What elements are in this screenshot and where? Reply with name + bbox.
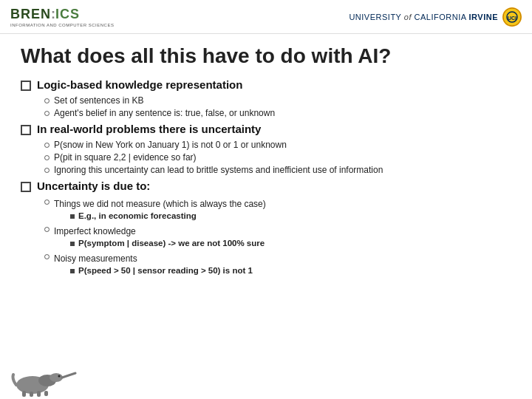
sub-text-3-2: Imperfect knowledge	[54, 226, 136, 236]
circle-icon	[44, 168, 50, 173]
bullet-2: In real-world problems there is uncertai…	[21, 123, 511, 135]
circle-icon	[44, 155, 50, 160]
sub-sub-item-3-1-1: E.g., in economic forecasting	[70, 211, 266, 220]
bullet-1-text: Logic-based knowledge representation	[37, 78, 242, 91]
circle-icon	[44, 98, 50, 103]
sub-item-2-1: P(snow in New York on January 1) is not …	[44, 140, 511, 150]
bullet-icon-2	[21, 125, 31, 135]
sub-sub-text-3-2-1: P(symptom | disease) -> we are not 100% …	[78, 239, 265, 248]
sub-item-1-2: Agent's belief in any sentence is: true,…	[44, 108, 511, 118]
uci-seal: UCI	[502, 7, 522, 27]
uci-text: UNIVERSITY of CALIFORNIA IRVINE	[349, 13, 498, 21]
header: BREN : ICS INFORMATION AND COMPUTER SCIE…	[0, 0, 532, 34]
slide-title: What does all this have to do with AI?	[21, 44, 511, 68]
svg-text:UCI: UCI	[508, 16, 516, 21]
sub-text-2-2: P(pit in square 2,2 | evidence so far)	[54, 152, 197, 163]
bren-subtitle: INFORMATION AND COMPUTER SCIENCES	[10, 23, 114, 27]
bullet-icon-3	[21, 182, 31, 192]
footer	[0, 362, 532, 399]
bren-label: BREN	[10, 7, 51, 22]
sub-item-3-2: Imperfect knowledge P(symptom | disease)…	[44, 224, 511, 249]
bullet-3-text: Uncertainty is due to:	[37, 180, 150, 192]
uci-irvine-label: IRVINE	[469, 13, 498, 21]
svg-point-5	[50, 373, 63, 382]
sub-text-1-2: Agent's belief in any sentence is: true,…	[54, 108, 275, 118]
circle-icon	[44, 143, 50, 148]
slide-content: What does all this have to do with AI? L…	[0, 34, 532, 287]
sub-text-1-1: Set of sentences in KB	[54, 95, 143, 106]
bullet-2-text: In real-world problems there is uncertai…	[37, 123, 261, 135]
sub-list-1: Set of sentences in KB Agent's belief in…	[44, 95, 511, 118]
sub-sub-list-3-2: P(symptom | disease) -> we are not 100% …	[70, 239, 265, 248]
anteater-logo	[10, 364, 77, 397]
sub-list-3: Things we did not measure (which is alwa…	[44, 197, 511, 276]
bullet-1: Logic-based knowledge representation	[21, 78, 511, 91]
sub-item-2-3: Ignoring this uncertainty can lead to br…	[44, 165, 511, 175]
sub-sub-item-3-3-1: P(speed > 50 | sensor reading > 50) is n…	[70, 266, 253, 275]
circle-icon	[44, 200, 50, 205]
svg-rect-7	[30, 392, 33, 397]
sub-item-2-2: P(pit in square 2,2 | evidence so far)	[44, 152, 511, 163]
circle-icon	[44, 111, 50, 116]
bullet-3: Uncertainty is due to:	[21, 180, 511, 192]
circle-icon	[44, 254, 50, 259]
sub-item-3-1: Things we did not measure (which is alwa…	[44, 197, 511, 222]
uci-california-label: CALIFORNIA	[415, 13, 466, 21]
svg-point-10	[58, 375, 61, 378]
bren-logo: BREN : ICS INFORMATION AND COMPUTER SCIE…	[10, 7, 114, 27]
svg-rect-9	[44, 391, 48, 396]
sub-text-2-1: P(snow in New York on January 1) is not …	[54, 140, 287, 150]
sub-sub-item-3-2-1: P(symptom | disease) -> we are not 100% …	[70, 239, 265, 248]
sub-sub-list-3-1: E.g., in economic forecasting	[70, 211, 266, 220]
circle-icon	[44, 227, 50, 232]
square-icon	[70, 214, 75, 219]
bullet-icon-1	[21, 81, 31, 91]
sub-list-2: P(snow in New York on January 1) is not …	[44, 140, 511, 175]
square-icon	[70, 242, 75, 246]
sub-text-2-3: Ignoring this uncertainty can lead to br…	[54, 165, 383, 175]
ics-label: ICS	[55, 7, 80, 22]
uci-logo: UNIVERSITY of CALIFORNIA IRVINE UCI	[349, 7, 522, 27]
sub-sub-text-3-3-1: P(speed > 50 | sensor reading > 50) is n…	[78, 266, 253, 275]
sub-sub-text-3-1-1: E.g., in economic forecasting	[78, 211, 197, 220]
sub-item-1-1: Set of sentences in KB	[44, 95, 511, 106]
uci-prefix: UNIVERSITY	[349, 13, 401, 21]
uci-of-word: of	[404, 13, 412, 21]
sub-sub-list-3-3: P(speed > 50 | sensor reading > 50) is n…	[70, 266, 253, 275]
svg-rect-6	[22, 391, 26, 397]
sub-text-3-1: Things we did not measure (which is alwa…	[54, 199, 266, 209]
sub-item-3-3: Noisy measurements P(speed > 50 | sensor…	[44, 251, 511, 276]
sub-text-3-3: Noisy measurements	[54, 253, 137, 264]
square-icon	[70, 269, 75, 273]
svg-rect-8	[37, 391, 41, 397]
